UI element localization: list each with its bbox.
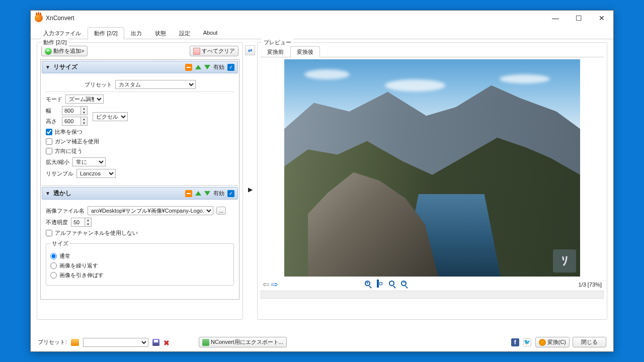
- save-icon[interactable]: [152, 339, 159, 346]
- app-icon: [35, 14, 43, 22]
- file-select[interactable]: aro¥Desktop¥サンプル¥画像¥Company-Logo.png: [88, 206, 213, 215]
- titlebar: XnConvert — ☐ ✕: [31, 11, 613, 26]
- zoom-out-icon[interactable]: [401, 281, 409, 289]
- preset-label: プリセット:: [38, 338, 67, 346]
- orientation-checkbox[interactable]: [46, 148, 52, 154]
- width-input[interactable]: ▲▼: [62, 106, 88, 115]
- tab-output[interactable]: 出力: [124, 27, 148, 39]
- preview-panel-label: プレビュー: [262, 39, 293, 46]
- action-resize-header[interactable]: ▼ リサイズ 有効 ✓: [42, 61, 238, 73]
- gamma-label: ガンマ補正を使用: [55, 138, 99, 145]
- close-button[interactable]: ✕: [590, 11, 613, 26]
- no-alpha-label: アルファチャンネルを使用しない: [55, 229, 138, 237]
- size-stretch-radio[interactable]: [50, 272, 57, 279]
- tab-settings[interactable]: 設定: [173, 27, 197, 39]
- preset-select[interactable]: [83, 338, 148, 347]
- tab-after[interactable]: 変換後: [290, 46, 320, 57]
- actions-panel: 動作 [2/2] 動作を追加> すべてクリア ▼ リサイズ: [37, 42, 243, 320]
- enabled-label: 有効: [213, 63, 224, 71]
- export-button[interactable]: NConvert用にエクスポート...: [199, 337, 287, 347]
- delete-icon[interactable]: ✖: [164, 339, 171, 346]
- actions-panel-label: 動作 [2/2]: [41, 39, 68, 46]
- remove-action-icon[interactable]: [185, 190, 192, 197]
- size-normal-radio[interactable]: [50, 253, 57, 259]
- enlarge-label: 拡大/縮小: [46, 158, 69, 166]
- action-resize-body: プリセット カスタム モード ズーム調整 幅 ▲▼ ピクセル 高さ: [42, 74, 238, 186]
- enabled-checkbox[interactable]: ✓: [227, 190, 234, 197]
- clear-all-label: すべてクリア: [202, 47, 235, 55]
- gamma-checkbox[interactable]: [46, 138, 52, 145]
- twitter-icon[interactable]: 🐦: [523, 338, 531, 346]
- size-tile-label: 画像を繰り返す: [59, 262, 98, 269]
- gear-icon: [539, 339, 546, 346]
- mode-select[interactable]: ズーム調整: [65, 95, 104, 104]
- tab-before[interactable]: 変換前: [261, 46, 290, 57]
- size-stretch-label: 画像を引き伸ばす: [59, 272, 104, 279]
- zoom-fit-icon[interactable]: [377, 281, 385, 289]
- height-input[interactable]: ▲▼: [62, 117, 88, 126]
- collapse-icon: ▼: [45, 191, 50, 196]
- preview-tabs: 変換前 変換後: [261, 46, 604, 57]
- preview-status: 1/3 [73%]: [579, 282, 602, 288]
- no-alpha-checkbox[interactable]: [46, 230, 52, 236]
- size-tile-radio[interactable]: [50, 262, 57, 269]
- opacity-input[interactable]: ▲▼: [71, 218, 92, 227]
- plus-icon: [45, 48, 52, 55]
- minimize-button[interactable]: —: [544, 11, 567, 26]
- action-list[interactable]: ▼ リサイズ 有効 ✓ プリセット カスタム: [40, 59, 239, 300]
- tab-input[interactable]: 入力:3ファイル: [37, 27, 88, 39]
- size-fieldset: サイズ 通常 画像を繰り返す 画像を引き伸ばす: [46, 240, 234, 286]
- size-legend: サイズ: [50, 240, 70, 247]
- move-down-icon[interactable]: [204, 191, 210, 196]
- maximize-button[interactable]: ☐: [567, 11, 590, 26]
- enabled-checkbox[interactable]: ✓: [227, 64, 234, 71]
- resample-label: リサンプル: [46, 170, 73, 177]
- enlarge-select[interactable]: 常に: [72, 157, 106, 166]
- move-down-icon[interactable]: [204, 65, 210, 69]
- preview-controls: ⇦ ⇨ 1/3 [73%]: [261, 280, 604, 289]
- keep-ratio-checkbox[interactable]: [46, 129, 52, 135]
- preview-image: ｿ: [284, 59, 580, 277]
- move-up-icon[interactable]: [195, 65, 201, 69]
- folder-icon[interactable]: [71, 339, 79, 346]
- export-label: NConvert用にエクスポート...: [211, 338, 283, 346]
- export-icon: [202, 339, 209, 346]
- move-up-icon[interactable]: [195, 191, 201, 196]
- keep-ratio-label: 比率を保つ: [55, 128, 83, 136]
- opacity-label: 不透明度: [46, 219, 68, 226]
- action-watermark-title: 透かし: [53, 189, 185, 198]
- swap-icon[interactable]: ⇄: [245, 45, 255, 55]
- mid-column: ⇄ ▶: [245, 42, 255, 320]
- convert-button[interactable]: 変換(C): [535, 337, 570, 347]
- file-label: 画像ファイル名: [46, 207, 85, 215]
- clear-all-button[interactable]: すべてクリア: [190, 46, 238, 56]
- remove-action-icon[interactable]: [185, 64, 192, 71]
- tab-about[interactable]: About: [197, 27, 224, 39]
- add-action-button[interactable]: 動作を追加>: [41, 46, 88, 56]
- resample-select[interactable]: Lanczos: [76, 169, 116, 178]
- tab-action[interactable]: 動作 [2/2]: [88, 27, 124, 39]
- clear-icon: [193, 48, 200, 55]
- zoom-in-icon[interactable]: [365, 281, 373, 289]
- preset-label: プリセット: [85, 81, 112, 88]
- action-resize-title: リサイズ: [53, 63, 185, 71]
- browse-button[interactable]: ...: [216, 207, 226, 215]
- preview-panel: プレビュー 変換前 変換後 ｿ ⇦ ⇨: [257, 42, 607, 320]
- tab-status[interactable]: 状態: [148, 27, 173, 39]
- orientation-label: 方向に従う: [55, 147, 83, 155]
- next-image-icon[interactable]: ⇨: [271, 280, 278, 289]
- unit-select[interactable]: ピクセル: [93, 112, 128, 121]
- zoom-100-icon[interactable]: [389, 281, 397, 289]
- add-action-label: 動作を追加>: [53, 47, 84, 55]
- width-label: 幅: [46, 107, 59, 115]
- close-app-button[interactable]: 閉じる: [573, 337, 606, 347]
- preset-select[interactable]: カスタム: [115, 80, 196, 89]
- action-watermark-header[interactable]: ▼ 透かし 有効 ✓: [42, 187, 238, 200]
- horizontal-scrollbar[interactable]: [261, 291, 604, 299]
- prev-image-icon[interactable]: ⇦: [263, 280, 269, 289]
- watermark-overlay: ｿ: [553, 249, 576, 273]
- facebook-icon[interactable]: f: [511, 338, 519, 346]
- app-window: XnConvert — ☐ ✕ 入力:3ファイル 動作 [2/2] 出力 状態 …: [30, 10, 614, 352]
- size-normal-label: 通常: [59, 252, 70, 260]
- expand-arrow-icon[interactable]: ▶: [248, 186, 253, 193]
